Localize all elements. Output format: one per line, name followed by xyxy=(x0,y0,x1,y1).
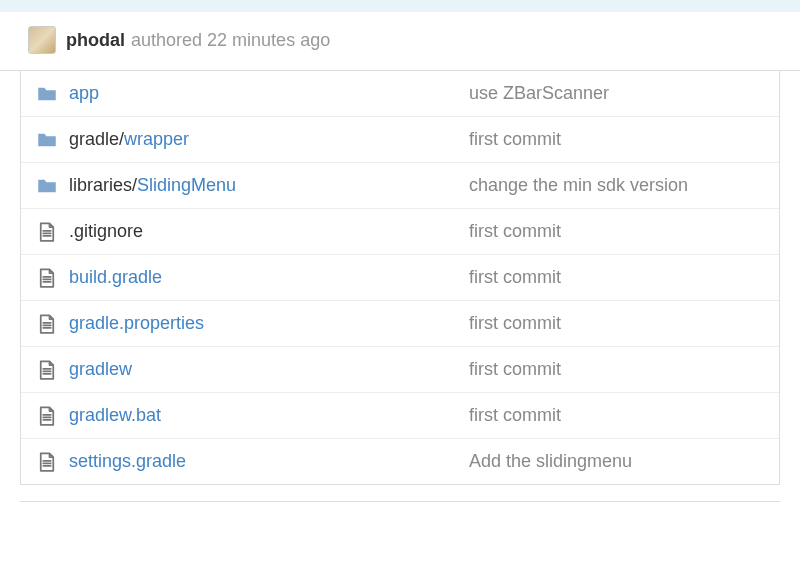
table-row: gradle/wrapper first commit xyxy=(21,117,779,163)
commit-message: Add the slidingmenu xyxy=(469,451,763,472)
commit-message: first commit xyxy=(469,405,763,426)
author-name[interactable]: phodal xyxy=(66,30,125,51)
folder-icon xyxy=(37,176,57,196)
file-list: app use ZBarScanner gradle/wrapper first… xyxy=(20,71,780,485)
commit-message: first commit xyxy=(469,267,763,288)
commit-message: first commit xyxy=(469,129,763,150)
table-row: gradlew.bat first commit xyxy=(21,393,779,439)
file-link-build-gradle[interactable]: build.gradle xyxy=(69,267,469,288)
table-row: gradlew first commit xyxy=(21,347,779,393)
table-row: settings.gradle Add the slidingmenu xyxy=(21,439,779,484)
file-icon xyxy=(37,360,57,380)
file-link-gradlew[interactable]: gradlew xyxy=(69,359,469,380)
commit-header: phodal authored 22 minutes ago xyxy=(0,12,800,71)
folder-icon xyxy=(37,84,57,104)
table-row: libraries/SlidingMenu change the min sdk… xyxy=(21,163,779,209)
commit-message: use ZBarScanner xyxy=(469,83,763,104)
file-icon xyxy=(37,268,57,288)
file-link-gradlew-bat[interactable]: gradlew.bat xyxy=(69,405,469,426)
file-icon xyxy=(37,452,57,472)
divider xyxy=(20,501,780,502)
file-link-gitignore[interactable]: .gitignore xyxy=(69,221,469,242)
table-row: build.gradle first commit xyxy=(21,255,779,301)
file-link-gradle-properties[interactable]: gradle.properties xyxy=(69,313,469,334)
commit-message: first commit xyxy=(469,221,763,242)
folder-icon xyxy=(37,130,57,150)
file-link-gradle-wrapper[interactable]: gradle/wrapper xyxy=(69,129,469,150)
table-row: .gitignore first commit xyxy=(21,209,779,255)
top-bar xyxy=(0,0,800,12)
avatar[interactable] xyxy=(28,26,56,54)
authored-label: authored 22 minutes ago xyxy=(131,30,330,51)
commit-message: change the min sdk version xyxy=(469,175,763,196)
table-row: app use ZBarScanner xyxy=(21,71,779,117)
file-icon xyxy=(37,222,57,242)
file-link-app[interactable]: app xyxy=(69,83,469,104)
file-link-settings-gradle[interactable]: settings.gradle xyxy=(69,451,469,472)
file-icon xyxy=(37,314,57,334)
commit-message: first commit xyxy=(469,359,763,380)
file-icon xyxy=(37,406,57,426)
commit-message: first commit xyxy=(469,313,763,334)
file-link-libraries-slidingmenu[interactable]: libraries/SlidingMenu xyxy=(69,175,469,196)
table-row: gradle.properties first commit xyxy=(21,301,779,347)
